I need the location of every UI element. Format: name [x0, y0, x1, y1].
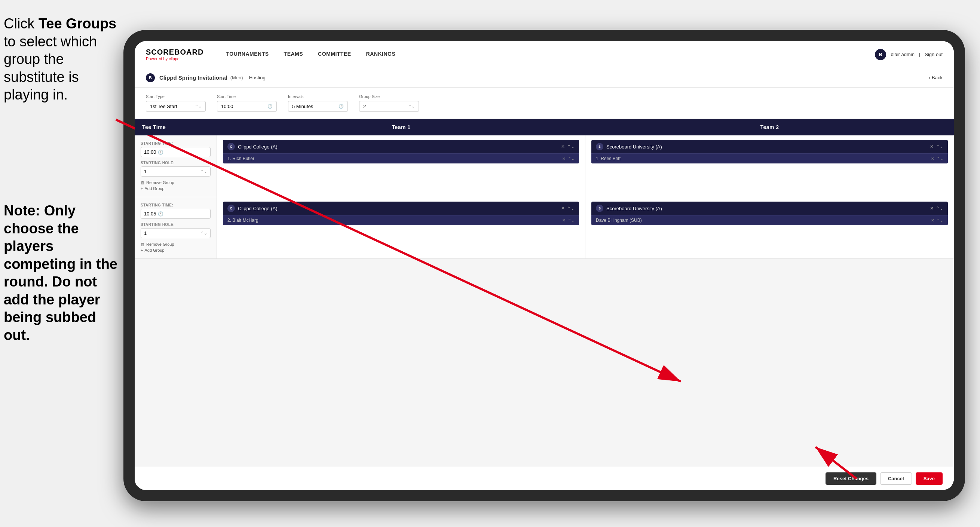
- cancel-button[interactable]: Cancel: [880, 472, 912, 485]
- instruction-text: Click Tee Groups to select which group t…: [4, 15, 120, 104]
- nav-logo-title: SCOREBOARD: [146, 48, 204, 56]
- setting-start-type: Start Type 1st Tee Start ⌃⌄: [146, 94, 206, 112]
- player2-expand-icon[interactable]: ⌃⌄: [937, 156, 943, 161]
- group-1-add-group-btn[interactable]: + Add Group: [141, 186, 211, 191]
- group-1-time-input[interactable]: 10:00 🕐: [141, 147, 211, 157]
- group-2-starting-hole-label: STARTING HOLE:: [141, 223, 211, 227]
- g2-player2-remove-icon[interactable]: ✕: [931, 218, 934, 223]
- setting-intervals: Intervals 5 Minutes 🕐: [288, 94, 348, 112]
- intervals-clock-icon: 🕐: [339, 104, 344, 109]
- group-2-starting-time-label: STARTING TIME:: [141, 203, 211, 207]
- nav-logo-sub: Powered by clippd: [146, 56, 204, 61]
- start-time-clock-icon: 🕐: [267, 104, 273, 109]
- group-1-team2-cell: S Scoreboard University (A) ✕ ⌃⌄ 1. Rees…: [585, 135, 954, 197]
- nav-avatar: B: [875, 49, 886, 60]
- group-1-hole-input[interactable]: 1 ⌃⌄: [141, 166, 211, 177]
- intervals-input[interactable]: 5 Minutes 🕐: [288, 101, 348, 112]
- nav-rankings[interactable]: RANKINGS: [359, 41, 403, 68]
- group-2-hole-value: 1: [144, 231, 146, 236]
- group-2-add-group-btn[interactable]: + Add Group: [141, 248, 211, 253]
- add-group-label: Add Group: [145, 186, 164, 191]
- group-1-team1-header: C Clippd College (A) ✕ ⌃⌄: [223, 140, 579, 153]
- col-team1: Team 1: [217, 119, 585, 135]
- team1-remove-icon[interactable]: ✕: [561, 144, 565, 149]
- nav-tournaments[interactable]: TOURNAMENTS: [218, 41, 276, 68]
- nav-signout[interactable]: Sign out: [924, 52, 943, 57]
- nav-username: blair admin: [891, 52, 915, 57]
- trash-icon: 🗑: [141, 180, 145, 185]
- setting-start-time: Start Time 10:00 🕐: [217, 94, 277, 112]
- group-size-label: Group Size: [359, 94, 419, 99]
- tablet-screen: SCOREBOARD Powered by clippd TOURNAMENTS…: [135, 41, 954, 490]
- group-1-team2-card: S Scoreboard University (A) ✕ ⌃⌄ 1. Rees…: [591, 140, 948, 164]
- group-1-remove-group-btn[interactable]: 🗑 Remove Group: [141, 180, 211, 185]
- g2-team2-remove-icon[interactable]: ✕: [930, 206, 934, 211]
- group-2-hole-input[interactable]: 1 ⌃⌄: [141, 228, 211, 238]
- start-type-input[interactable]: 1st Tee Start ⌃⌄: [146, 101, 206, 112]
- team2-remove-icon[interactable]: ✕: [930, 144, 934, 149]
- col-tee-time: Tee Time: [135, 119, 217, 135]
- group-1-team1-cell: C Clippd College (A) ✕ ⌃⌄ 1. Rich Butler: [217, 135, 585, 197]
- team2-expand-icon[interactable]: ⌃⌄: [936, 144, 943, 149]
- group-1-team1-name: Clippd College (A): [238, 144, 558, 150]
- start-type-arrow: ⌃⌄: [195, 104, 202, 109]
- g2-player2-expand-icon[interactable]: ⌃⌄: [937, 218, 943, 223]
- group-2-team1-player: 2. Blair McHarg ✕ ⌃⌄: [223, 215, 579, 225]
- group-2-team1-player-name: 2. Blair McHarg: [228, 218, 559, 223]
- group-size-value: 2: [363, 103, 366, 109]
- group-size-input[interactable]: 2 ⌃⌄: [359, 101, 419, 112]
- trash-icon-2: 🗑: [141, 242, 145, 247]
- g2-player1-remove-icon[interactable]: ✕: [562, 218, 566, 223]
- group-2-team2-controls: ✕ ⌃⌄: [930, 206, 943, 211]
- group-2-team1-header: C Clippd College (A) ✕ ⌃⌄: [223, 202, 579, 215]
- group-1-team2-controls: ✕ ⌃⌄: [930, 144, 943, 149]
- start-time-input[interactable]: 10:00 🕐: [217, 101, 277, 112]
- player2-remove-icon[interactable]: ✕: [931, 156, 934, 161]
- group-2-team2-header: S Scoreboard University (A) ✕ ⌃⌄: [591, 202, 948, 215]
- footer-bar: Reset Changes Cancel Save: [135, 467, 954, 490]
- reset-changes-button[interactable]: Reset Changes: [826, 472, 877, 485]
- group-2-team1-cell: C Clippd College (A) ✕ ⌃⌄ 2. Blair McHar…: [217, 197, 585, 258]
- group-1-team1-player: 1. Rich Butler ✕ ⌃⌄: [223, 153, 579, 164]
- start-time-label: Start Time: [217, 94, 277, 99]
- start-time-value: 10:00: [221, 103, 234, 109]
- nav-teams[interactable]: TEAMS: [277, 41, 311, 68]
- group-1-hole-value: 1: [144, 169, 146, 174]
- group-2-time-input[interactable]: 10:05 🕐: [141, 209, 211, 219]
- group-row-1: STARTING TIME: 10:00 🕐 STARTING HOLE: 1 …: [135, 135, 954, 197]
- group-2-team1-controls: ✕ ⌃⌄: [561, 206, 574, 211]
- remove-group-label-2: Remove Group: [146, 242, 174, 247]
- main-content: Start Type 1st Tee Start ⌃⌄ Start Time 1…: [135, 88, 954, 490]
- group-1-team2-player: 1. Rees Britt ✕ ⌃⌄: [591, 153, 948, 164]
- group-1-left: STARTING TIME: 10:00 🕐 STARTING HOLE: 1 …: [135, 135, 217, 197]
- group-size-arrow: ⌃⌄: [408, 104, 415, 109]
- g2-player1-expand-icon[interactable]: ⌃⌄: [568, 218, 574, 223]
- note-text: Note: Only choose the players competing …: [4, 202, 120, 344]
- group-1-team1-player-controls: ✕ ⌃⌄: [562, 156, 574, 161]
- group-2-team2-logo: S: [596, 205, 603, 212]
- nav-logo: SCOREBOARD Powered by clippd: [146, 48, 204, 61]
- team1-expand-icon[interactable]: ⌃⌄: [567, 144, 574, 149]
- nav-committee[interactable]: COMMITTEE: [310, 41, 359, 68]
- player1-remove-icon[interactable]: ✕: [562, 156, 566, 161]
- sub-header-back-button[interactable]: Back: [929, 75, 943, 80]
- group-2-remove-group-btn[interactable]: 🗑 Remove Group: [141, 242, 211, 247]
- save-button[interactable]: Save: [916, 472, 943, 485]
- g2-team2-expand-icon[interactable]: ⌃⌄: [936, 206, 943, 211]
- note-bold: Note: Only choose the players competing …: [4, 203, 118, 343]
- player1-expand-icon[interactable]: ⌃⌄: [568, 156, 574, 161]
- group-1-team1-logo: C: [228, 143, 235, 150]
- group-1-team1-player-name: 1. Rich Butler: [228, 156, 559, 161]
- settings-row: Start Type 1st Tee Start ⌃⌄ Start Time 1…: [135, 88, 954, 119]
- col-team2: Team 2: [585, 119, 954, 135]
- plus-icon-2: +: [141, 248, 143, 253]
- g2-team1-remove-icon[interactable]: ✕: [561, 206, 565, 211]
- g2-team1-expand-icon[interactable]: ⌃⌄: [567, 206, 574, 211]
- nav-separator: |: [919, 52, 920, 57]
- group-2-team1-logo: C: [228, 205, 235, 212]
- sub-header-logo: B: [146, 73, 155, 82]
- group-2-team1-player-controls: ✕ ⌃⌄: [562, 218, 574, 223]
- tablet-frame: SCOREBOARD Powered by clippd TOURNAMENTS…: [123, 30, 965, 501]
- start-type-value: 1st Tee Start: [150, 103, 177, 109]
- group-1-team1-controls: ✕ ⌃⌄: [561, 144, 574, 149]
